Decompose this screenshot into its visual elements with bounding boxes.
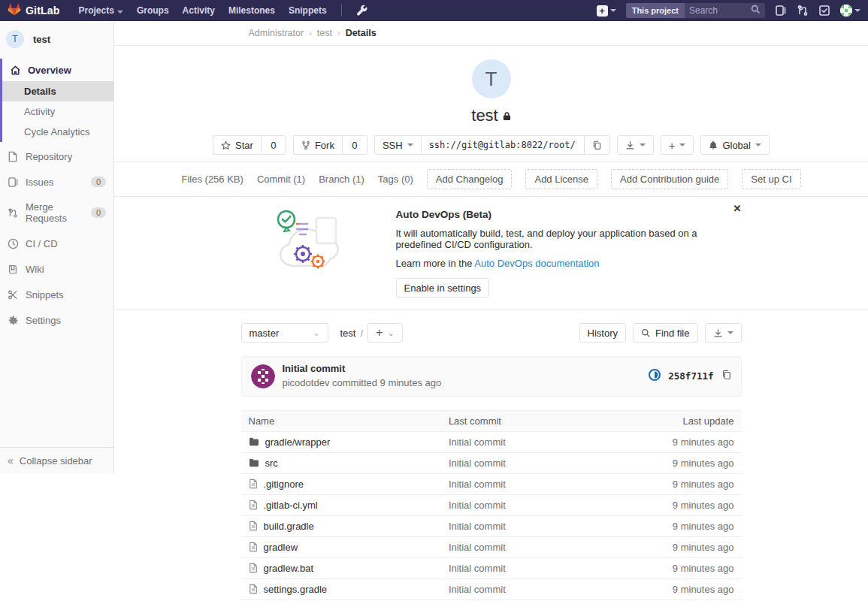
copy-sha-icon[interactable]: [721, 370, 732, 383]
file-link[interactable]: build.gradle: [249, 521, 434, 532]
sidebar-item-merge-requests[interactable]: Merge Requests0: [0, 196, 113, 229]
branch-selector[interactable]: master ⌄: [241, 323, 328, 343]
file-icon: [249, 521, 258, 531]
clone-protocol-dropdown[interactable]: SSH: [374, 135, 421, 155]
sidebar-item-issues[interactable]: Issues0: [0, 171, 113, 193]
quick-action-button[interactable]: Set up CI: [742, 169, 800, 189]
notification-dropdown[interactable]: Global: [700, 135, 770, 155]
commit-message-link[interactable]: Initial commit: [449, 458, 506, 469]
sidebar-item-wiki[interactable]: Wiki: [0, 258, 113, 280]
quick-action-button[interactable]: Add Contribution guide: [611, 169, 728, 189]
fork-count[interactable]: 0: [342, 135, 367, 155]
nav-link-projects[interactable]: Projects: [72, 0, 130, 21]
commit-message-link[interactable]: Initial commit: [449, 542, 506, 553]
file-icon: [249, 542, 258, 552]
sidebar-project-header[interactable]: T test: [0, 21, 113, 59]
last-update-cell: 9 minutes ago: [616, 431, 742, 452]
add-file-dropdown[interactable]: + ⌄: [367, 323, 403, 343]
sidebar-item-snippets[interactable]: Snippets: [0, 283, 113, 306]
issues-icon: [7, 176, 19, 188]
issues-icon[interactable]: [775, 5, 787, 17]
user-menu[interactable]: [840, 5, 860, 17]
project-avatar: T: [6, 30, 24, 48]
commit-message-link[interactable]: Initial commit: [449, 500, 506, 511]
enable-in-settings-button[interactable]: Enable in settings: [396, 278, 490, 297]
merge-request-icon[interactable]: [797, 5, 809, 17]
breadcrumb-item[interactable]: Administrator: [249, 28, 304, 38]
stat-link[interactable]: Commit (1): [257, 174, 305, 185]
commit-author-avatar[interactable]: [251, 364, 275, 388]
search-icon[interactable]: [751, 4, 761, 17]
clone-url-field[interactable]: ssh://git@gitlab:8022/root/tes: [421, 135, 584, 155]
sidebar-subitem-cycle-analytics[interactable]: Cycle Analytics: [2, 122, 113, 142]
auto-devops-doc-link[interactable]: Auto DevOps documentation: [474, 258, 599, 269]
commit-message-link[interactable]: Initial commit: [449, 479, 506, 490]
admin-wrench-icon[interactable]: [349, 5, 375, 17]
add-dropdown[interactable]: +: [661, 135, 694, 155]
file-link[interactable]: gradlew: [249, 542, 434, 553]
sidebar-subitem-activity[interactable]: Activity: [2, 101, 113, 122]
project-actions-row: Star 0 Fork 0 SSH ssh://git@gitlab:8022/…: [241, 135, 742, 162]
sidebar-item-overview[interactable]: Overview: [2, 59, 113, 81]
sidebar-item-ci-cd[interactable]: CI / CD: [0, 232, 113, 255]
quick-action-button[interactable]: Add Changelog: [427, 169, 513, 189]
last-update-cell: 9 minutes ago: [616, 473, 742, 494]
file-link[interactable]: src: [249, 458, 434, 469]
last-update-cell: 9 minutes ago: [616, 578, 742, 599]
table-row: gradlewInitial commit9 minutes ago: [241, 536, 742, 557]
search-scope-badge[interactable]: This project: [626, 3, 685, 18]
file-link[interactable]: gradlew.bat: [249, 563, 434, 574]
last-commit-cell: Initial commit: [441, 494, 616, 515]
last-commit-box: Initial commit picodotdev committed 9 mi…: [241, 356, 742, 397]
commit-message-link[interactable]: Initial commit: [449, 521, 506, 532]
collapse-label: Collapse sidebar: [20, 455, 92, 467]
find-file-button[interactable]: Find file: [633, 323, 698, 343]
quick-action-button[interactable]: Add License: [525, 169, 597, 189]
download-dropdown[interactable]: [617, 135, 654, 155]
commit-message-link[interactable]: Initial commit: [449, 584, 506, 595]
file-name-cell: .gitignore: [241, 473, 441, 494]
file-link[interactable]: .gitignore: [249, 479, 434, 490]
commit-sha[interactable]: 258f711f: [668, 370, 713, 382]
sidebar-subitem-details[interactable]: Details: [2, 81, 113, 101]
sidebar-item-repository[interactable]: Repository: [0, 145, 113, 168]
history-button[interactable]: History: [579, 323, 626, 343]
copy-url-button[interactable]: [584, 135, 610, 155]
plus-icon: +: [669, 140, 676, 151]
nav-link-groups[interactable]: Groups: [130, 0, 176, 21]
commit-message-link[interactable]: Initial commit: [449, 436, 506, 448]
commit-message-link[interactable]: Initial commit: [449, 563, 506, 574]
todos-icon[interactable]: [818, 5, 830, 17]
stat-link[interactable]: Files (256 KB): [182, 174, 243, 185]
breadcrumb-item[interactable]: test: [317, 28, 332, 38]
last-update-cell: 9 minutes ago: [616, 515, 742, 536]
nav-link-milestones[interactable]: Milestones: [222, 0, 282, 21]
file-name: gradle/wrapper: [265, 436, 331, 448]
file-link[interactable]: .gitlab-ci.yml: [249, 500, 434, 511]
gitlab-logo[interactable]: GitLab: [8, 2, 60, 19]
path-root[interactable]: test: [340, 328, 356, 339]
star-button[interactable]: Star: [213, 135, 261, 155]
file-link[interactable]: gradle/wrapper: [249, 436, 434, 448]
nav-link-snippets[interactable]: Snippets: [282, 0, 334, 21]
search-input[interactable]: [685, 5, 751, 16]
new-dropdown[interactable]: +: [597, 5, 616, 17]
collapse-sidebar-button[interactable]: « Collapse sidebar: [0, 447, 113, 473]
file-name: gradlew.bat: [264, 563, 314, 574]
pipeline-status-icon[interactable]: [649, 369, 661, 384]
commit-title-link[interactable]: Initial commit: [283, 362, 442, 376]
star-count[interactable]: 0: [261, 135, 286, 155]
sidebar-item-settings[interactable]: Settings: [0, 309, 113, 331]
nav-link-activity[interactable]: Activity: [176, 0, 222, 21]
file-name: .gitignore: [264, 479, 304, 490]
file-tree-table: Name Last commit Last update gradle/wrap…: [241, 410, 742, 600]
fork-button[interactable]: Fork: [293, 135, 342, 155]
breadcrumb: Administrator › test › Details: [241, 28, 742, 38]
breadcrumb-bar: Administrator › test › Details: [114, 21, 868, 46]
file-link[interactable]: settings.gradle: [249, 584, 434, 595]
download-source-dropdown[interactable]: [705, 323, 742, 343]
stat-link[interactable]: Tags (0): [378, 174, 413, 185]
notification-label: Global: [722, 140, 751, 151]
close-icon[interactable]: ✕: [733, 203, 742, 214]
stat-link[interactable]: Branch (1): [319, 174, 364, 185]
